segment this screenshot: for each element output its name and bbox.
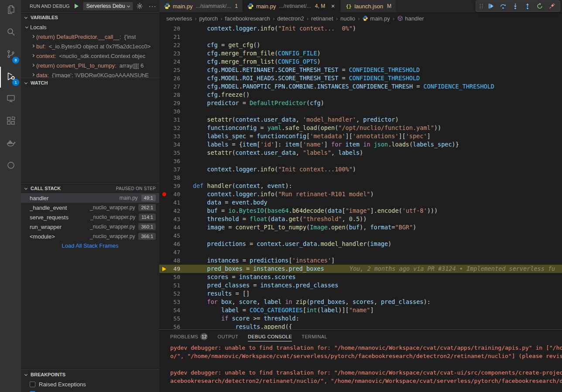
gutter-margin[interactable] (159, 107, 169, 116)
code-editor[interactable]: 20 context.logger.info("Init context... … (159, 24, 562, 329)
code-line[interactable]: 31 setattr(context.user_data, 'model_han… (159, 116, 562, 124)
breakpoints-pane-header[interactable]: BREAKPOINTS (21, 370, 159, 379)
gutter-margin[interactable] (159, 24, 169, 33)
stack-frame-row[interactable]: <module>_nuclio_wrapper.py366:1 (21, 232, 159, 241)
line-number[interactable]: 35 (169, 149, 180, 157)
code-line[interactable]: 44 image = convert_PIL_to_numpy(Image.op… (159, 223, 562, 232)
gutter-margin[interactable] (159, 223, 169, 232)
gutter-margin[interactable] (159, 256, 169, 265)
gutter-margin[interactable] (159, 314, 169, 323)
code-line[interactable]: 25 cfg.MODEL.RETINANET.SCORE_THRESH_TEST… (159, 66, 562, 74)
gutter-margin[interactable] (159, 124, 169, 132)
code-line[interactable]: 23 cfg.merge_from_file(CONFIG_FILE) (159, 49, 562, 58)
gutter-margin[interactable] (159, 140, 169, 149)
gutter-margin[interactable] (159, 149, 169, 157)
disconnect-button[interactable] (546, 1, 558, 11)
line-number[interactable]: 28 (169, 91, 180, 99)
gutter-margin[interactable] (159, 232, 169, 240)
line-number[interactable]: 47 (169, 248, 180, 256)
gutter-margin[interactable] (159, 248, 169, 256)
editor-tab[interactable]: {}launch.jsonM (341, 0, 396, 12)
gutter-margin[interactable] (159, 66, 169, 74)
step-into-button[interactable] (510, 1, 521, 11)
breadcrumb-item[interactable]: facebookresearch (225, 15, 270, 22)
code-line[interactable]: 38 (159, 174, 562, 182)
breadcrumb-item[interactable]: pytorch (199, 15, 218, 22)
step-over-button[interactable] (497, 1, 509, 11)
gutter-margin[interactable] (159, 281, 169, 290)
line-number[interactable]: 46 (169, 240, 180, 248)
gutter-margin[interactable] (159, 215, 169, 223)
line-number[interactable]: 43 (169, 215, 180, 223)
gutter-margin[interactable] (159, 306, 169, 314)
code-line[interactable]: 28 cfg.freeze() (159, 91, 562, 99)
gutter-margin[interactable] (159, 157, 169, 165)
gutter-margin[interactable] (159, 240, 169, 248)
code-line[interactable]: 39def handler(context, event): (159, 182, 562, 190)
code-line[interactable]: 27 cfg.MODEL.PANOPTIC_FPN.COMBINE.INSTAN… (159, 82, 562, 91)
activitybar-extensions[interactable] (0, 111, 21, 132)
continue-button[interactable] (485, 1, 497, 11)
code-line[interactable]: 29 predictor = DefaultPredictor(cfg) (159, 99, 562, 107)
breadcrumb-item[interactable]: serverless (166, 15, 192, 22)
line-number[interactable]: 31 (169, 116, 180, 124)
code-line[interactable]: 20 context.logger.info("Init context... … (159, 24, 562, 33)
line-number[interactable]: 25 (169, 66, 180, 74)
scope-locals-row[interactable]: Locals (21, 22, 159, 32)
activitybar-explorer[interactable] (0, 0, 21, 21)
gutter-margin[interactable] (159, 207, 169, 215)
gutter-margin[interactable] (159, 41, 169, 49)
code-line[interactable]: 32 functionconfig = yaml.safe_load(open(… (159, 124, 562, 132)
line-number[interactable]: 36 (169, 157, 180, 165)
line-number[interactable]: 32 (169, 124, 180, 132)
line-number[interactable]: 26 (169, 74, 180, 82)
line-number[interactable]: 49 (169, 265, 180, 273)
gripper-icon[interactable] (478, 3, 484, 10)
breadcrumb-item[interactable]: handler (397, 15, 424, 22)
line-number[interactable]: 41 (169, 198, 180, 207)
gutter-margin[interactable] (159, 33, 169, 41)
line-number[interactable]: 34 (169, 140, 180, 149)
gutter-margin[interactable] (159, 116, 169, 124)
code-line[interactable]: 22 cfg = get_cfg() (159, 41, 562, 49)
panel-tab-debug-console[interactable]: DEBUG CONSOLE (248, 331, 292, 341)
stack-frame-row[interactable]: handlermain.py49:1 (21, 193, 159, 203)
line-number[interactable]: 37 (169, 165, 180, 174)
line-number[interactable]: 53 (169, 298, 180, 306)
line-number[interactable]: 27 (169, 82, 180, 91)
code-line[interactable]: 36 (159, 157, 562, 165)
step-out-button[interactable] (522, 1, 533, 11)
line-number[interactable]: 50 (169, 273, 180, 281)
code-line[interactable]: 50 scores = instances.scores (159, 273, 562, 281)
code-line[interactable]: 40 context.logger.info("Run retinanet-R1… (159, 190, 562, 198)
code-line[interactable]: 35 setattr(context.user_data, "labels", … (159, 149, 562, 157)
line-number[interactable]: 39 (169, 182, 180, 190)
code-line[interactable]: 37 context.logger.info("Init context...1… (159, 165, 562, 174)
close-icon[interactable]: × (330, 3, 336, 9)
line-number[interactable]: 21 (169, 33, 180, 41)
more-actions-icon[interactable]: ··· (148, 4, 156, 8)
gutter-margin[interactable] (159, 165, 169, 174)
checkbox[interactable] (30, 382, 35, 387)
line-number[interactable]: 38 (169, 174, 180, 182)
line-number[interactable]: 52 (169, 290, 180, 298)
code-line[interactable]: 52 results = [] (159, 290, 562, 298)
variables-pane-header[interactable]: VARIABLES (21, 13, 159, 22)
editor-tab[interactable]: main.py.../retinanet/...4, M× (243, 0, 341, 12)
line-number[interactable]: 42 (169, 207, 180, 215)
code-line[interactable]: 21 (159, 33, 562, 41)
load-all-stack-frames-link[interactable]: Load All Stack Frames (21, 241, 159, 251)
line-number[interactable]: 44 (169, 223, 180, 232)
variable-row[interactable]: (return) convert_PIL_to_numpy:array([[[ … (21, 61, 159, 70)
breakpoint-row[interactable]: Uncaught Exceptions (21, 389, 159, 392)
gutter-margin[interactable] (159, 290, 169, 298)
line-number[interactable]: 51 (169, 281, 180, 290)
breakpoint-row[interactable]: Raised Exceptions (21, 379, 159, 389)
gutter-margin[interactable] (159, 273, 169, 281)
gutter-margin[interactable] (159, 82, 169, 91)
code-line[interactable]: 47 (159, 248, 562, 256)
line-number[interactable]: 30 (169, 107, 180, 116)
gutter-margin[interactable] (159, 132, 169, 140)
line-number[interactable]: 29 (169, 99, 180, 107)
panel-tab-output[interactable]: OUTPUT (217, 331, 238, 341)
